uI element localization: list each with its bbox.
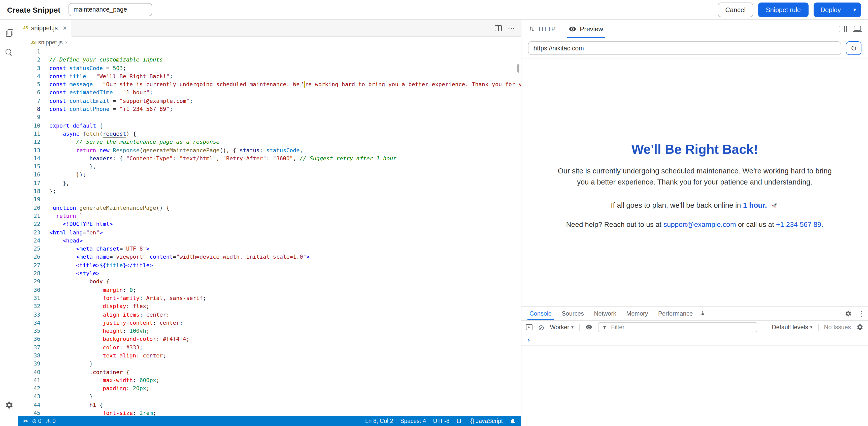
code-line[interactable]: 29 body { <box>18 278 521 286</box>
code-line[interactable]: 22 <!DOCTYPE html> <box>18 220 521 229</box>
breadcrumb[interactable]: JS snippet.js › ... <box>18 37 521 48</box>
status-bar: >< ⊘ 0 ⚠ 0 Ln 8, Col 2 Spaces: 4 UTF-8 L… <box>18 416 521 426</box>
code-line[interactable]: 17 }, <box>18 179 521 188</box>
copy-icon[interactable] <box>0 22 18 42</box>
code-line[interactable]: 9 <box>18 114 521 122</box>
code-line[interactable]: 31 font-family: Arial, sans-serif; <box>18 294 521 303</box>
issues-counter[interactable]: No Issues <box>824 324 851 331</box>
console-settings-gear-icon[interactable] <box>857 324 864 331</box>
experiments-flask-icon[interactable] <box>700 311 706 317</box>
code-line[interactable]: 38 text-align: center; <box>18 352 521 360</box>
settings-gear-icon[interactable] <box>0 395 18 415</box>
code-line[interactable]: 45 font-size: 2rem; <box>18 409 521 416</box>
code-line[interactable]: 35 height: 100vh; <box>18 327 521 336</box>
code-line[interactable]: 14 headers: { "Content-Type": "text/html… <box>18 155 521 163</box>
context-selector[interactable]: Worker▾ <box>550 324 574 331</box>
eol[interactable]: LF <box>457 418 463 424</box>
deploy-button[interactable]: Deploy <box>813 2 848 17</box>
code-line[interactable]: 41 max-width: 600px; <box>18 377 521 385</box>
code-line[interactable]: 3const statusCode = 503; <box>18 64 521 73</box>
filter-input[interactable] <box>610 323 753 331</box>
problems-errors[interactable]: ⊘ 0 <box>32 418 41 424</box>
code-line[interactable]: 43 } <box>18 393 521 401</box>
snippet-name-input[interactable] <box>68 3 152 16</box>
side-panel-icon[interactable] <box>839 25 847 32</box>
line-number: 27 <box>18 261 40 270</box>
code-line[interactable]: 34 justify-content: center; <box>18 319 521 328</box>
code-line[interactable]: 42 padding: 20px; <box>18 385 521 393</box>
code-line[interactable]: 6const estimatedTime = "1 hour"; <box>18 89 521 97</box>
clear-console-icon[interactable]: ⊘ <box>538 323 544 331</box>
code-line[interactable]: 20function generateMaintenancePage() { <box>18 204 521 212</box>
email-link[interactable]: support@example.com <box>663 220 736 228</box>
code-line[interactable]: 33 align-items: center; <box>18 311 521 319</box>
code-line[interactable]: 24 <head> <box>18 237 521 245</box>
tab-preview[interactable]: Preview <box>569 20 603 38</box>
code-line[interactable]: 19 <box>18 196 521 204</box>
console-prompt[interactable]: › <box>521 334 868 346</box>
refresh-button[interactable]: ↻ <box>846 41 862 55</box>
encoding[interactable]: UTF-8 <box>433 418 450 424</box>
breadcrumb-file[interactable]: snippet.js <box>38 39 63 46</box>
code-line[interactable]: 7const contactEmail = "support@example.c… <box>18 97 521 106</box>
breadcrumb-more[interactable]: ... <box>70 39 74 46</box>
close-tab-icon[interactable]: × <box>63 24 66 32</box>
code-line[interactable]: 37 color: #333; <box>18 344 521 352</box>
more-actions-icon[interactable]: ⋯ <box>508 24 515 32</box>
code-line[interactable]: 16 }); <box>18 171 521 179</box>
code-line[interactable]: 44 h1 { <box>18 401 521 409</box>
tab-snippet-js[interactable]: JS snippet.js × <box>18 20 72 36</box>
tab-http[interactable]: HTTP <box>528 20 556 38</box>
code-line[interactable]: 23<html lang="en"> <box>18 229 521 237</box>
language-mode[interactable]: {} JavaScript <box>470 418 503 424</box>
devtools-settings-gear-icon[interactable] <box>845 310 852 317</box>
code-line[interactable]: 32 display: flex; <box>18 303 521 311</box>
code-line[interactable]: 21 return ` <box>18 212 521 221</box>
scrollbar-thumb[interactable] <box>517 64 519 73</box>
code-line[interactable]: 36 background-color: #f4f4f4; <box>18 336 521 344</box>
line-number: 44 <box>18 401 40 409</box>
line-number: 16 <box>18 171 40 179</box>
code-line[interactable]: 39 } <box>18 360 521 369</box>
snippet-rule-button[interactable]: Snippet rule <box>758 2 808 17</box>
code-area[interactable]: 12// Define your customizable inputs3con… <box>18 48 521 416</box>
code-line[interactable]: 30 margin: 0; <box>18 286 521 294</box>
bell-icon[interactable] <box>510 418 516 424</box>
code-line[interactable]: 12 // Serve the maintenance page as a re… <box>18 138 521 147</box>
cursor-position[interactable]: Ln 8, Col 2 <box>365 418 393 424</box>
code-line[interactable]: 2// Define your customizable inputs <box>18 56 521 64</box>
log-levels-dropdown[interactable]: Default levels▾ <box>772 324 812 331</box>
code-line[interactable]: 25 <meta charset="UTF-8"> <box>18 245 521 253</box>
device-icon[interactable] <box>854 25 861 30</box>
split-editor-icon[interactable] <box>495 25 502 31</box>
code-line[interactable]: 13 return new Response(generateMaintenan… <box>18 146 521 155</box>
code-line[interactable]: 27 <title>${title}</title> <box>18 261 521 270</box>
code-line[interactable]: 5const message = "Our site is currently … <box>18 81 521 89</box>
problems-warnings[interactable]: ⚠ 0 <box>46 418 56 424</box>
code-line[interactable]: 10export default { <box>18 122 521 130</box>
code-line[interactable]: 11 async fetch(request) { <box>18 130 521 138</box>
search-icon[interactable] <box>0 42 18 62</box>
kebab-menu-icon[interactable]: ⋮ <box>858 310 865 318</box>
console-sidebar-icon[interactable]: ▸ <box>526 324 532 330</box>
url-input[interactable] <box>528 41 841 55</box>
devtools-tab-console[interactable]: Console <box>524 307 557 320</box>
code-line[interactable]: 15 }, <box>18 163 521 171</box>
devtools-tab-memory[interactable]: Memory <box>621 307 653 320</box>
code-line[interactable]: 18}; <box>18 188 521 196</box>
devtools-tab-sources[interactable]: Sources <box>557 307 589 320</box>
remote-indicator-icon[interactable]: >< <box>23 419 27 424</box>
indentation[interactable]: Spaces: 4 <box>400 418 426 424</box>
devtools-tab-performance[interactable]: Performance <box>653 307 698 320</box>
phone-link[interactable]: +1 234 567 89 <box>776 220 822 228</box>
code-line[interactable]: 28 <style> <box>18 270 521 278</box>
code-line[interactable]: 26 <meta name="viewport" content="width=… <box>18 253 521 262</box>
cancel-button[interactable]: Cancel <box>718 2 753 17</box>
code-line[interactable]: 40 .container { <box>18 368 521 377</box>
devtools-tab-network[interactable]: Network <box>589 307 621 320</box>
code-line[interactable]: 8const contactPhone = "+1 234 567 89"; <box>18 105 521 114</box>
live-expression-eye-icon[interactable] <box>585 324 592 331</box>
deploy-dropdown-button[interactable]: ▾ <box>848 2 861 17</box>
code-line[interactable]: 4const title = "We'll Be Right Back!"; <box>18 73 521 81</box>
code-line[interactable]: 1 <box>18 48 521 56</box>
